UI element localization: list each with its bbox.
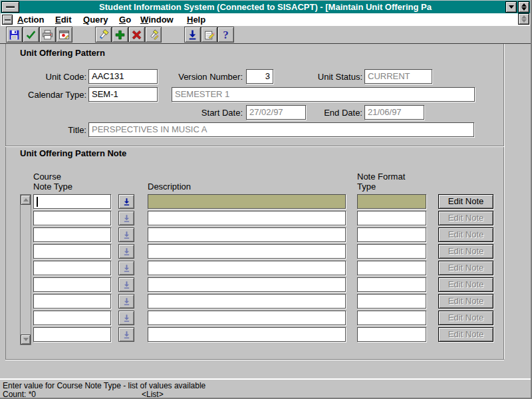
note-type-lov-button[interactable]	[118, 294, 134, 309]
edit-note-button[interactable]: Edit Note	[438, 227, 493, 242]
restore-up-icon	[521, 3, 527, 7]
edit-note-button[interactable]: Edit Note	[438, 277, 493, 292]
note-format-field[interactable]	[357, 244, 426, 259]
edit-note-button[interactable]: Edit Note	[438, 311, 493, 325]
title-field: PERSPECTIVES IN MUSIC A	[88, 122, 474, 137]
menu-item-edit[interactable]: Edit	[55, 14, 72, 25]
note-row: Edit Note	[0, 211, 532, 225]
note-type-field[interactable]	[33, 227, 111, 242]
note-format-field[interactable]	[357, 194, 426, 209]
save-button[interactable]	[6, 27, 23, 43]
note-format-type-header: Type	[357, 182, 376, 192]
edit-note-button[interactable]: Edit Note	[438, 327, 493, 342]
calendar-type-field[interactable]: SEM-1	[88, 87, 158, 102]
note-row: Edit Note	[0, 277, 532, 292]
calendar-type-label: Calendar Type:	[20, 90, 86, 100]
note-type-lov-button[interactable]	[118, 327, 134, 342]
note-type-lov-button[interactable]	[118, 211, 134, 225]
note-format-field[interactable]	[357, 311, 426, 325]
note-format-field[interactable]	[357, 227, 426, 242]
course-header: Course	[33, 172, 61, 182]
description-field[interactable]	[148, 327, 346, 342]
unit-code-field[interactable]: AAC131	[88, 69, 158, 84]
note-type-lov-button[interactable]	[118, 227, 134, 242]
enter-query-button[interactable]	[95, 27, 112, 43]
doc-restore-up-icon	[521, 15, 527, 19]
note-format-field[interactable]	[357, 327, 426, 342]
menu-item-go[interactable]: Go	[119, 14, 131, 25]
lov-arrow-icon	[122, 331, 131, 339]
description-field[interactable]	[148, 261, 346, 275]
restore-button[interactable]	[518, 1, 529, 13]
note-format-field[interactable]	[357, 277, 426, 292]
save-icon	[9, 29, 20, 41]
edit-note-button[interactable]: Edit Note	[438, 294, 493, 309]
description-field[interactable]	[148, 294, 346, 309]
accept-button[interactable]	[23, 27, 39, 43]
lov-arrow-icon	[122, 264, 131, 273]
lov-arrow-icon	[122, 314, 131, 323]
note-type-lov-button[interactable]	[118, 311, 134, 325]
menu-item-query[interactable]: Query	[83, 14, 108, 25]
description-field[interactable]	[148, 277, 346, 292]
execute-query-button[interactable]	[145, 27, 162, 43]
note-type-lov-button[interactable]	[118, 194, 134, 209]
description-field[interactable]	[148, 194, 346, 209]
delete-record-button[interactable]	[128, 27, 145, 43]
note-type-field[interactable]	[33, 211, 111, 225]
note-row: Edit Note	[0, 227, 532, 242]
description-field[interactable]	[148, 244, 346, 259]
lov-arrow-icon	[122, 214, 131, 223]
note-type-lov-button[interactable]	[118, 261, 134, 275]
list-of-values-button[interactable]	[184, 27, 201, 43]
edit-note-button[interactable]: Edit Note	[438, 261, 493, 275]
document-control-menu-box[interactable]	[2, 15, 13, 25]
note-format-field[interactable]	[357, 211, 426, 225]
menu-item-action[interactable]: Action	[17, 14, 44, 25]
print-button[interactable]	[39, 27, 56, 43]
description-field[interactable]	[148, 311, 346, 325]
torch-icon	[98, 29, 109, 41]
edit-note-button[interactable]: Edit Note	[438, 194, 493, 209]
doc-restore-down-icon	[521, 19, 527, 23]
note-row: Edit Note	[0, 194, 532, 209]
version-number-field[interactable]: 3	[246, 69, 273, 84]
description-field[interactable]	[148, 211, 346, 225]
calendar-description-field: SEMESTER 1	[172, 87, 475, 102]
edit-button[interactable]	[201, 27, 217, 43]
note-type-header: Note Type	[33, 182, 72, 192]
note-type-field[interactable]	[33, 244, 111, 259]
note-type-field[interactable]	[33, 327, 111, 342]
note-type-field[interactable]	[33, 294, 111, 309]
note-row: Edit Note	[0, 244, 532, 259]
torch-pencil-icon	[148, 29, 159, 41]
start-date-label: Start Date:	[178, 108, 243, 118]
window-torch-icon	[59, 29, 70, 41]
note-format-field[interactable]	[357, 261, 426, 275]
note-type-field[interactable]	[33, 311, 111, 325]
menu-item-help[interactable]: Help	[187, 14, 205, 25]
document-restore-button[interactable]	[518, 13, 529, 25]
edit-note-button[interactable]: Edit Note	[438, 244, 493, 259]
window-title: Student Information System (Connected to…	[1, 1, 530, 13]
lov-arrow-icon	[122, 247, 131, 256]
note-format-field[interactable]	[357, 294, 426, 309]
text-caret	[37, 197, 38, 207]
note-type-field[interactable]	[33, 277, 111, 292]
unit-code-label: Unit Code:	[20, 72, 86, 82]
edit-pencil-icon	[203, 29, 215, 41]
plus-icon	[114, 29, 126, 41]
print-window-button[interactable]	[56, 27, 72, 43]
note-type-lov-button[interactable]	[118, 277, 134, 292]
menu-item-window[interactable]: Window	[140, 14, 174, 25]
note-format-header: Note Format	[357, 172, 405, 182]
help-button[interactable]: ?	[217, 27, 234, 43]
document-control-icon	[5, 19, 11, 21]
insert-record-button[interactable]	[112, 27, 128, 43]
minimize-button[interactable]	[505, 1, 517, 13]
note-type-field[interactable]	[33, 194, 111, 209]
note-type-lov-button[interactable]	[118, 244, 134, 259]
description-field[interactable]	[148, 227, 346, 242]
note-type-field[interactable]	[33, 261, 111, 275]
edit-note-button[interactable]: Edit Note	[438, 211, 493, 225]
